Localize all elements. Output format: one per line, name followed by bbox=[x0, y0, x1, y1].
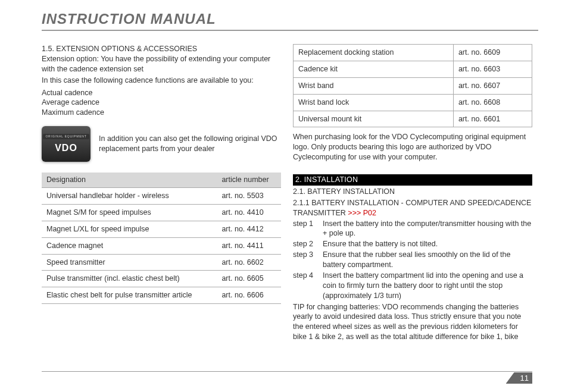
parts-table-right: Replacement docking stationart. no. 6609… bbox=[293, 44, 532, 127]
section-2-heading: 2. INSTALLATION bbox=[293, 174, 532, 186]
columns: 1.5. EXTENSION OPTIONS & ACCESSORIES Ext… bbox=[42, 44, 532, 343]
step-text: Insert the battery compartment lid into … bbox=[323, 271, 532, 301]
page: INSTRUCTION MANUAL 1.5. EXTENSION OPTION… bbox=[0, 0, 568, 354]
article-cell: art. no. 6608 bbox=[453, 94, 532, 111]
right-column: Replacement docking stationart. no. 6609… bbox=[293, 44, 532, 343]
article-cell: art. no. 6601 bbox=[453, 111, 532, 127]
left-column: 1.5. EXTENSION OPTIONS & ACCESSORIES Ext… bbox=[42, 44, 281, 343]
page-title: INSTRUCTION MANUAL bbox=[42, 11, 532, 27]
step-label: step 2 bbox=[293, 239, 318, 249]
table-row: Magnet S/M for speed impulsesart. no. 44… bbox=[42, 204, 281, 221]
section-2-1-1-text: 2.1.1 BATTERY INSTALLATION - COMPUTER AN… bbox=[293, 199, 531, 217]
logo-caption: In addition you can also get the followi… bbox=[99, 134, 281, 154]
table-row: Magnet L/XL for speed impulseart. no. 44… bbox=[42, 221, 281, 237]
step-text: Ensure that the battery is not tilted. bbox=[323, 239, 532, 249]
article-cell: art. no. 4412 bbox=[217, 221, 281, 237]
table-header-designation: Designation bbox=[42, 173, 217, 187]
designation-cell: Cadence kit bbox=[294, 61, 454, 77]
article-cell: art. no. 6603 bbox=[453, 61, 532, 77]
purchase-note: When purchasing look for the VDO Cycleco… bbox=[293, 132, 532, 162]
page-ref: >>> P02 bbox=[348, 209, 376, 217]
table-row: Pulse transmitter (incl. elastic chest b… bbox=[42, 271, 281, 287]
cadence-item: Maximum cadence bbox=[42, 108, 281, 118]
table-row: Universal mount kitart. no. 6601 bbox=[294, 111, 532, 127]
table-header-article: article number bbox=[217, 173, 281, 187]
table-row: Cadence kitart. no. 6603 bbox=[294, 61, 532, 77]
article-cell: art. no. 4411 bbox=[217, 237, 281, 254]
table-row: Elastic chest belt for pulse transmitter… bbox=[42, 287, 281, 304]
designation-cell: Universal mount kit bbox=[294, 111, 454, 127]
designation-cell: Speed transmitter bbox=[42, 254, 217, 271]
article-cell: art. no. 4410 bbox=[217, 204, 281, 221]
battery-tip: TIP for changing batteries: VDO recommen… bbox=[293, 302, 532, 343]
step-row: step 4Insert the battery compartment lid… bbox=[293, 271, 532, 301]
designation-cell: Magnet L/XL for speed impulse bbox=[42, 221, 217, 237]
step-text: Insert the battery into the computer/tra… bbox=[323, 219, 532, 239]
designation-cell: Cadence magnet bbox=[42, 237, 217, 254]
header-rule bbox=[42, 30, 538, 31]
section-2-1-1-heading: 2.1.1 BATTERY INSTALLATION - COMPUTER AN… bbox=[293, 198, 532, 218]
article-cell: art. no. 6602 bbox=[217, 254, 281, 271]
step-label: step 3 bbox=[293, 250, 318, 270]
logo-row: ORIGINAL EQUIPMENT VDO In addition you c… bbox=[42, 126, 281, 162]
designation-cell: Elastic chest belt for pulse transmitter… bbox=[42, 287, 217, 304]
table-row: Universal handlebar holder - wirelessart… bbox=[42, 188, 281, 205]
cadence-item: Actual cadence bbox=[42, 88, 281, 98]
article-cell: art. no. 6609 bbox=[453, 45, 532, 61]
designation-cell: Universal handlebar holder - wireless bbox=[42, 188, 217, 205]
designation-cell: Magnet S/M for speed impulses bbox=[42, 204, 217, 221]
table-row: Replacement docking stationart. no. 6609 bbox=[294, 45, 532, 61]
article-cell: art. no. 6607 bbox=[453, 77, 532, 94]
parts-table-left: Designation article number Universal han… bbox=[42, 173, 281, 304]
footer-rule bbox=[42, 371, 532, 372]
article-cell: art. no. 6606 bbox=[217, 287, 281, 304]
designation-cell: Wrist band bbox=[294, 77, 454, 94]
table-row: Speed transmitter art. no. 6602 bbox=[42, 254, 281, 271]
step-label: step 1 bbox=[293, 219, 318, 239]
table-row: Wrist band lockart. no. 6608 bbox=[294, 94, 532, 111]
cadence-list: Actual cadence Average cadence Maximum c… bbox=[42, 88, 281, 118]
step-text: Ensure that the rubber seal lies smoothl… bbox=[323, 250, 532, 270]
designation-cell: Pulse transmitter (incl. elastic chest b… bbox=[42, 271, 217, 287]
extension-intro-1: Extension option: You have the possibili… bbox=[42, 54, 281, 74]
logo-top-text: ORIGINAL EQUIPMENT bbox=[43, 134, 89, 139]
section-1-5-heading: 1.5. EXTENSION OPTIONS & ACCESSORIES bbox=[42, 44, 281, 54]
page-number: 11 bbox=[506, 372, 532, 384]
vdo-logo: ORIGINAL EQUIPMENT VDO bbox=[42, 126, 90, 162]
table-row: Wrist bandart. no. 6607 bbox=[294, 77, 532, 94]
cadence-item: Average cadence bbox=[42, 98, 281, 108]
step-row: step 3Ensure that the rubber seal lies s… bbox=[293, 250, 532, 270]
article-cell: art. no. 5503 bbox=[217, 188, 281, 205]
step-row: step 2Ensure that the battery is not til… bbox=[293, 239, 532, 249]
designation-cell: Replacement docking station bbox=[294, 45, 454, 61]
steps-list: step 1Insert the battery into the comput… bbox=[293, 219, 532, 301]
designation-cell: Wrist band lock bbox=[294, 94, 454, 111]
table-row: Cadence magnetart. no. 4411 bbox=[42, 237, 281, 254]
step-row: step 1Insert the battery into the comput… bbox=[293, 219, 532, 239]
step-label: step 4 bbox=[293, 271, 318, 301]
logo-main-text: VDO bbox=[55, 142, 77, 155]
extension-intro-2: In this case the following cadence funct… bbox=[42, 76, 281, 86]
article-cell: art. no. 6605 bbox=[217, 271, 281, 287]
section-2-1-heading: 2.1. BATTERY INSTALLATION bbox=[293, 187, 532, 197]
